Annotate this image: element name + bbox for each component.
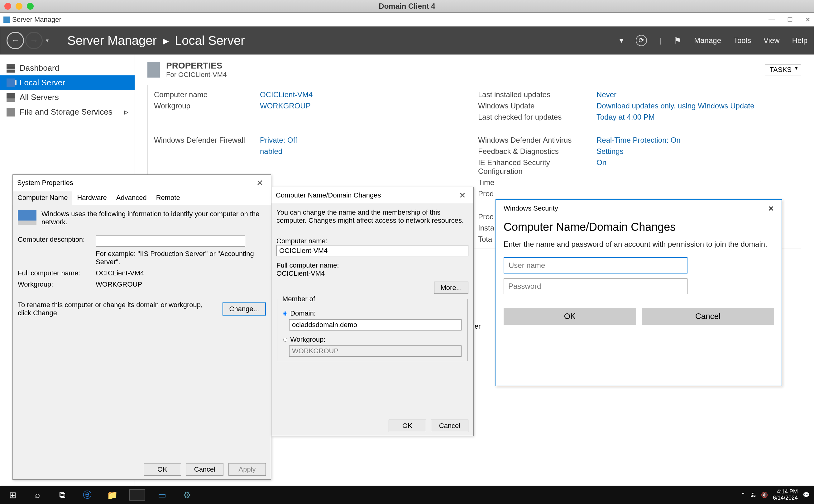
workgroup-radio-label: Workgroup: <box>290 335 325 343</box>
window-close-button[interactable]: ✕ <box>805 16 811 23</box>
menu-help[interactable]: Help <box>792 36 807 45</box>
nav-forward-button: → <box>25 32 43 49</box>
ie-esc-link[interactable]: On <box>597 158 759 176</box>
full-name-label: Full computer name: <box>18 269 96 277</box>
sidebar-item-label: Dashboard <box>20 63 59 73</box>
server-manager-taskbar-icon[interactable]: ▭ <box>150 486 174 504</box>
mac-titlebar: Domain Client 4 <box>0 0 814 12</box>
tab-advanced[interactable]: Advanced <box>112 191 151 205</box>
more-button[interactable]: More... <box>434 282 469 294</box>
prop-label: Time <box>478 178 597 187</box>
workgroup-link[interactable]: WORKGROUP <box>260 102 478 110</box>
prop-label: Prod <box>478 189 597 198</box>
tasks-dropdown[interactable]: TASKS <box>765 64 801 75</box>
description-input[interactable] <box>96 235 245 247</box>
chevron-right-icon: ▹ <box>124 107 128 117</box>
refresh-icon[interactable]: ⟳ <box>636 35 647 46</box>
member-of-legend: Member of <box>282 295 316 303</box>
last-installed-link[interactable]: Never <box>597 90 759 99</box>
servers-icon <box>7 93 15 102</box>
full-name-label: Full computer name: <box>276 261 469 269</box>
sidebar-item-file-storage[interactable]: File and Storage Services▹ <box>0 105 135 119</box>
dropdown-icon[interactable]: ▾ <box>620 36 623 45</box>
server-icon <box>7 78 15 87</box>
tray-chevron-icon[interactable]: ⌃ <box>741 492 745 498</box>
properties-heading: PROPERTIES <box>166 61 226 71</box>
last-checked-link[interactable]: Today at 4:00 PM <box>597 113 759 121</box>
prop-label: Windows Defender Firewall <box>154 136 260 145</box>
tray-network-icon[interactable]: 🖧 <box>750 492 756 498</box>
close-icon[interactable]: ✕ <box>253 178 266 188</box>
ok-button[interactable]: OK <box>504 308 636 325</box>
server-manager-titlebar: Server Manager — ☐ ✕ <box>0 13 814 26</box>
nav-back-button[interactable]: ← <box>7 32 24 49</box>
close-icon[interactable]: ✕ <box>768 204 774 213</box>
feedback-link[interactable]: Settings <box>597 147 759 156</box>
breadcrumb: Server Manager ▸ Local Server <box>67 33 245 48</box>
cancel-button[interactable]: Cancel <box>642 308 774 325</box>
sidebar-item-all-servers[interactable]: All Servers <box>0 90 135 105</box>
system-properties-dialog: System Properties ✕ Computer Name Hardwa… <box>12 174 271 480</box>
breadcrumb-root: Server Manager <box>67 34 157 47</box>
start-button[interactable]: ⊞ <box>0 486 25 504</box>
clock-time: 4:14 PM <box>773 489 798 495</box>
username-input[interactable] <box>504 257 688 273</box>
properties-icon <box>147 62 160 78</box>
menu-view[interactable]: View <box>764 36 780 45</box>
sidebar-item-label: Local Server <box>20 78 65 88</box>
workgroup-radio[interactable]: Workgroup: <box>282 335 325 343</box>
dialog-title: System Properties <box>17 179 73 187</box>
change-button[interactable]: Change... <box>222 302 266 316</box>
nav-dropdown-icon[interactable]: ▾ <box>46 37 49 44</box>
tab-remote[interactable]: Remote <box>151 191 185 205</box>
tab-computer-name[interactable]: Computer Name <box>13 191 72 205</box>
separator: | <box>659 36 661 45</box>
mac-close-button[interactable] <box>4 3 11 10</box>
prop-label: Last checked for updates <box>478 113 597 121</box>
breadcrumb-page: Local Server <box>175 34 245 47</box>
close-icon[interactable]: ✕ <box>456 191 469 200</box>
window-minimize-button[interactable]: — <box>769 16 775 23</box>
domain-radio[interactable]: Domain: <box>282 309 316 317</box>
tab-hardware[interactable]: Hardware <box>72 191 111 205</box>
ok-button[interactable]: OK <box>144 463 181 476</box>
task-view-button[interactable]: ⧉ <box>50 486 75 504</box>
window-maximize-button[interactable]: ☐ <box>787 16 793 23</box>
cancel-button[interactable]: Cancel <box>431 420 469 432</box>
remote-mgmt-partial[interactable]: nabled <box>260 147 478 156</box>
server-manager-header: ← → ▾ Server Manager ▸ Local Server ▾ ⟳ … <box>0 26 814 55</box>
taskbar-clock[interactable]: 4:14 PM 6/14/2024 <box>773 489 798 501</box>
ok-button[interactable]: OK <box>388 420 426 432</box>
notifications-icon[interactable]: 💬 <box>803 492 810 498</box>
ie-icon[interactable]: ⓔ <box>75 486 100 504</box>
firewall-link[interactable]: Private: Off <box>260 136 478 145</box>
prop-label: Feedback & Diagnostics <box>478 147 597 156</box>
cancel-button[interactable]: Cancel <box>186 463 223 476</box>
tray-volume-icon[interactable]: 🔇 <box>761 492 768 498</box>
mac-minimize-button[interactable] <box>16 3 22 10</box>
terminal-icon[interactable] <box>129 489 145 501</box>
windows-update-link[interactable]: Download updates only, using Windows Upd… <box>597 102 759 110</box>
domain-input[interactable] <box>289 319 462 330</box>
menu-manage[interactable]: Manage <box>694 36 721 45</box>
explorer-icon[interactable]: 📁 <box>100 486 125 504</box>
flag-icon[interactable]: ⚑ <box>674 36 682 46</box>
domain-changes-dialog: Computer Name/Domain Changes ✕ You can c… <box>271 187 474 436</box>
sidebar-item-label: File and Storage Services <box>20 107 112 117</box>
computer-icon <box>18 210 36 225</box>
sidebar-item-local-server[interactable]: Local Server <box>0 75 135 90</box>
full-name-value: OCICLient-VM4 <box>276 269 469 278</box>
password-input[interactable] <box>504 278 688 294</box>
menu-tools[interactable]: Tools <box>734 36 751 45</box>
security-title: Computer Name/Domain Changes <box>496 217 782 237</box>
system-config-icon[interactable]: ⚙ <box>174 486 199 504</box>
mac-maximize-button[interactable] <box>27 3 34 10</box>
chevron-right-icon: ▸ <box>163 34 169 47</box>
sidebar-item-dashboard[interactable]: Dashboard <box>0 61 135 75</box>
dialog-title: Computer Name/Domain Changes <box>276 191 381 199</box>
prop-label: IE Enhanced Security Configuration <box>478 158 597 176</box>
computer-name-input[interactable] <box>276 245 469 256</box>
computer-name-link[interactable]: OCICLient-VM4 <box>260 90 478 99</box>
search-button[interactable]: ⌕ <box>25 486 50 504</box>
antivirus-link[interactable]: Real-Time Protection: On <box>597 136 759 145</box>
